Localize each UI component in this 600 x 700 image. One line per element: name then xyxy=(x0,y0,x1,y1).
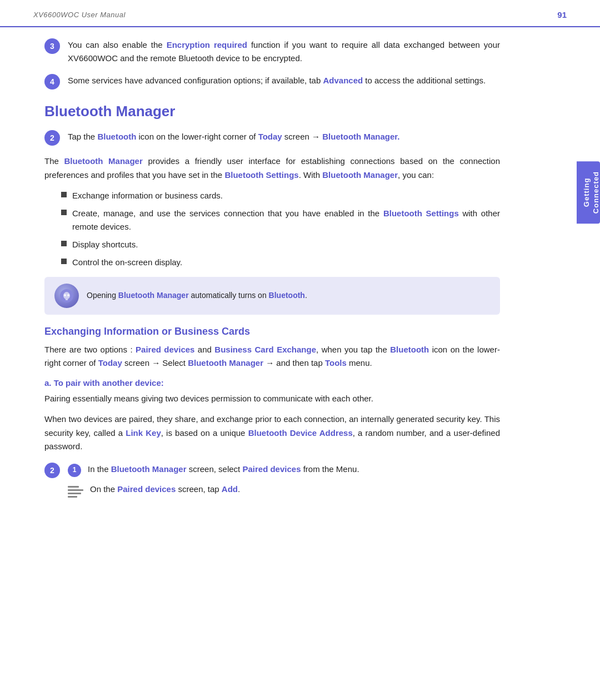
bullet-square-1 xyxy=(61,192,67,197)
pair-heading: a. To pair with another device: xyxy=(44,378,500,388)
bm-step-2-row: 2 Tap the Bluetooth icon on the lower-ri… xyxy=(44,130,500,146)
note-text: Opening Bluetooth Manager automatically … xyxy=(87,290,307,301)
bt-device-address-link: Bluetooth Device Address xyxy=(248,428,353,438)
bm-inline-link-2: Bluetooth Manager xyxy=(322,170,398,180)
bt-settings-link-2: Bluetooth Settings xyxy=(383,208,459,218)
bluetooth-link-1: Bluetooth xyxy=(97,132,136,141)
pair-para-1: Pairing essentially means giving two dev… xyxy=(44,392,500,406)
bullet-square-3 xyxy=(61,241,67,246)
main-content: 3 You can also enable the Encryption req… xyxy=(0,27,544,522)
bullet-square-2 xyxy=(61,210,67,215)
bm-step-2-circle: 2 xyxy=(44,130,60,146)
note-bt-link: Bluetooth xyxy=(269,291,305,300)
bullet-3: Display shortcuts. xyxy=(61,238,500,251)
bluetooth-manager-heading: Bluetooth Manager xyxy=(44,103,500,120)
exchanging-heading: Exchanging Information or Business Cards xyxy=(44,326,500,337)
bm-link-2: Bluetooth Manager xyxy=(188,358,263,368)
page-container: XV6600WOC User Manual 91 GettingConnecte… xyxy=(0,0,600,700)
header-page: 91 xyxy=(557,10,567,19)
bullet-square-4 xyxy=(61,259,67,264)
step-4-text: Some services have advanced configuratio… xyxy=(68,74,500,87)
bt-link-2: Bluetooth xyxy=(390,345,429,354)
bullet-4: Control the on-screen display. xyxy=(61,256,500,269)
inner-step-1-row: 1 In the Bluetooth Manager screen, selec… xyxy=(68,463,500,477)
step-3-circle: 3 xyxy=(44,38,60,54)
bm-link-1: Bluetooth Manager. xyxy=(322,132,399,141)
header-title: XV6600WOC User Manual xyxy=(33,11,126,19)
inner-steps-block: 1 In the Bluetooth Manager screen, selec… xyxy=(68,463,500,505)
bt-settings-link-1: Bluetooth Settings xyxy=(224,170,298,180)
bullet-1: Exchange information or business cards. xyxy=(61,189,500,202)
bm-para-1: The Bluetooth Manager provides a friendl… xyxy=(44,155,500,182)
note-box: Opening Bluetooth Manager automatically … xyxy=(44,277,500,315)
bm-step-2-text: Tap the Bluetooth icon on the lower-righ… xyxy=(68,130,500,143)
inner-step-2-row: On the Paired devices screen, tap Add. xyxy=(68,483,500,499)
bce-link: Business Card Exchange xyxy=(214,345,316,354)
step-4-circle: 4 xyxy=(44,74,60,90)
advanced-link: Advanced xyxy=(323,76,363,85)
paired-devices-link-1: Paired devices xyxy=(136,345,194,354)
side-tab: GettingConnected xyxy=(577,161,600,224)
note-bm-link: Bluetooth Manager xyxy=(118,291,189,300)
bm-inline-link-1: Bluetooth Manager xyxy=(64,156,142,166)
step-3-text: You can also enable the Encryption requi… xyxy=(68,38,500,65)
today-link-2: Today xyxy=(98,358,122,368)
bm-bullet-list: Exchange information or business cards. … xyxy=(61,189,500,269)
bottom-step-2-circle: 2 xyxy=(44,463,60,478)
step-3-row: 3 You can also enable the Encryption req… xyxy=(44,38,500,65)
link-key-link: Link Key xyxy=(126,428,161,438)
inner-step-1-circle: 1 xyxy=(68,464,81,477)
list-icon xyxy=(68,484,83,499)
exchanging-para-1: There are two options : Paired devices a… xyxy=(44,343,500,371)
today-link-1: Today xyxy=(258,132,282,141)
encryption-link: Encryption required xyxy=(167,40,247,49)
add-link: Add xyxy=(222,484,238,494)
tools-link: Tools xyxy=(325,358,347,368)
bullet-2: Create, manage, and use the services con… xyxy=(61,207,500,234)
page-header: XV6600WOC User Manual 91 xyxy=(0,0,600,27)
paired-devices-link-3: Paired devices xyxy=(117,484,176,494)
bm-link-3: Bluetooth Manager xyxy=(111,464,187,474)
step-4-row: 4 Some services have advanced configurat… xyxy=(44,74,500,90)
svg-point-2 xyxy=(67,294,69,296)
inner-step-2-text: On the Paired devices screen, tap Add. xyxy=(90,483,240,496)
paired-devices-link-2: Paired devices xyxy=(242,464,301,474)
inner-step-1-text: In the Bluetooth Manager screen, select … xyxy=(88,463,359,476)
pair-para-2: When two devices are paired, they share,… xyxy=(44,413,500,454)
svg-point-1 xyxy=(64,294,66,296)
bottom-step-container: 2 1 In the Bluetooth Manager screen, sel… xyxy=(44,463,500,505)
note-icon xyxy=(54,284,79,308)
